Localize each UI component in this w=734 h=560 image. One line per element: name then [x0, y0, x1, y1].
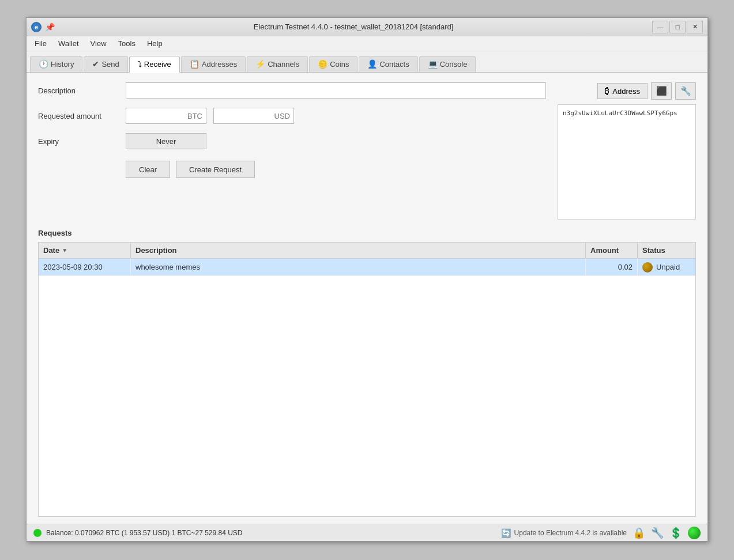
qr-code-button[interactable]: ⬛ [651, 82, 672, 100]
window-controls: — □ ✕ [652, 21, 703, 33]
status-right: 🔄 Update to Electrum 4.4.2 is available … [501, 527, 701, 539]
menu-tools[interactable]: Tools [112, 38, 141, 49]
content-area: Description Requested amount Expiry Neve… [27, 73, 707, 541]
th-amount[interactable]: Amount [586, 243, 638, 258]
tab-channels[interactable]: ⚡ Channels [247, 56, 308, 72]
clear-button[interactable]: Clear [126, 161, 170, 178]
pin-button[interactable]: 📌 [45, 22, 55, 32]
row-amount: 0.02 [618, 263, 633, 271]
tab-receive-label: Receive [144, 60, 171, 69]
settings-button[interactable]: 🔧 [675, 82, 696, 100]
tab-coins[interactable]: 🪙 Coins [309, 56, 357, 72]
btc-amount-input[interactable] [126, 108, 206, 124]
address-button[interactable]: ₿ Address [597, 83, 648, 99]
status-icon [642, 262, 653, 273]
menu-wallet[interactable]: Wallet [52, 38, 85, 49]
connection-dot [33, 529, 42, 537]
th-status[interactable]: Status [638, 243, 695, 258]
table-body: 2023-05-09 20:30 wholesome memes 0.02 Un… [39, 259, 695, 516]
tab-channels-label: Channels [268, 60, 299, 69]
title-bar-left: e 📌 [31, 22, 55, 32]
receive-panel: Description Requested amount Expiry Neve… [27, 73, 707, 229]
close-button[interactable]: ✕ [687, 21, 703, 33]
tab-coins-label: Coins [330, 60, 349, 69]
channels-icon: ⚡ [255, 59, 265, 69]
tools-icon[interactable]: 🔧 [651, 527, 664, 539]
row-status: Unpaid [656, 263, 680, 271]
requested-amount-label: Requested amount [38, 112, 119, 120]
balance-text: Balance: 0.070962 BTC (1 953.57 USD) 1 B… [46, 529, 243, 537]
menu-view[interactable]: View [85, 38, 112, 49]
tab-send-label: Send [101, 60, 119, 69]
addresses-icon: 📋 [190, 59, 200, 69]
requests-table: Date ▼ Description Amount Status [38, 242, 696, 517]
th-status-label: Status [642, 246, 665, 255]
menu-file[interactable]: File [29, 38, 52, 49]
address-display: n3g2sUwiXLuLaUrC3DWawLSPTy6Gps [558, 104, 696, 220]
requests-title: Requests [38, 229, 696, 237]
usd-amount-input[interactable] [213, 108, 294, 124]
table-row[interactable]: 2023-05-09 20:30 wholesome memes 0.02 Un… [39, 259, 695, 276]
tab-contacts-label: Contacts [379, 60, 409, 69]
tab-receive[interactable]: ⤵ Receive [129, 56, 180, 73]
description-label: Description [38, 86, 119, 95]
history-icon: 🕐 [39, 59, 48, 69]
lock-icon[interactable]: 🔒 [633, 527, 645, 539]
app-icon: e [31, 22, 42, 32]
sort-arrow: ▼ [62, 247, 67, 253]
tab-contacts[interactable]: 👤 Contacts [359, 56, 417, 72]
row-description: wholesome memes [135, 263, 200, 271]
td-status: Unpaid [638, 259, 695, 275]
amount-row: Requested amount [38, 108, 546, 124]
tab-console[interactable]: 💻 Console [419, 56, 476, 72]
description-row: Description [38, 82, 546, 99]
send-icon: ✔ [92, 59, 99, 69]
address-text: n3g2sUwiXLuLaUrC3DWawLSPTy6Gps [563, 109, 677, 117]
tab-addresses-label: Addresses [202, 60, 237, 69]
status-left: Balance: 0.070962 BTC (1 953.57 USD) 1 B… [33, 529, 243, 537]
tab-addresses[interactable]: 📋 Addresses [181, 56, 246, 72]
td-date: 2023-05-09 20:30 [39, 259, 131, 275]
td-amount: 0.02 [586, 259, 638, 275]
th-date[interactable]: Date ▼ [39, 243, 131, 258]
th-description[interactable]: Description [131, 243, 586, 258]
update-icon: 🔄 [501, 528, 511, 538]
right-panel: ₿ Address ⬛ 🔧 n3g2sUwiXLuLaUrC3DWawLSPTy… [558, 82, 696, 220]
status-bar: Balance: 0.070962 BTC (1 953.57 USD) 1 B… [27, 524, 707, 541]
description-input[interactable] [126, 82, 546, 99]
update-notice: 🔄 Update to Electrum 4.4.2 is available [501, 528, 627, 538]
title-bar: e 📌 Electrum Testnet 4.4.0 - testnet_wal… [27, 18, 707, 36]
minimize-button[interactable]: — [652, 21, 668, 33]
table-header: Date ▼ Description Amount Status [39, 243, 695, 259]
maximize-button[interactable]: □ [669, 21, 686, 33]
window-title: Electrum Testnet 4.4.0 - testnet_wallet_… [254, 22, 454, 31]
expiry-row: Expiry Never [38, 133, 546, 149]
td-description: wholesome memes [131, 259, 586, 275]
receive-icon: ⤵ [138, 59, 142, 69]
address-button-label: Address [612, 87, 640, 96]
expiry-label: Expiry [38, 137, 119, 146]
th-date-label: Date [43, 246, 59, 255]
right-buttons: ₿ Address ⬛ 🔧 [558, 82, 696, 100]
bitcoin-icon: ₿ [605, 86, 609, 96]
expiry-button[interactable]: Never [126, 133, 206, 149]
money-icon[interactable]: 💲 [669, 527, 682, 539]
amount-inputs [126, 108, 294, 124]
tabs-bar: 🕐 History ✔ Send ⤵ Receive 📋 Addresses ⚡… [27, 51, 707, 73]
menu-help[interactable]: Help [141, 38, 168, 49]
wrench-icon: 🔧 [680, 86, 691, 96]
menu-bar: File Wallet View Tools Help [27, 36, 707, 51]
status-circle[interactable] [688, 527, 701, 539]
tab-send[interactable]: ✔ Send [84, 56, 127, 72]
qr-icon: ⬛ [656, 86, 667, 96]
th-description-label: Description [135, 246, 177, 255]
update-text: Update to Electrum 4.4.2 is available [514, 529, 627, 537]
tab-console-label: Console [440, 60, 468, 69]
contacts-icon: 👤 [367, 59, 377, 69]
tab-history[interactable]: 🕐 History [30, 56, 82, 72]
form-section: Description Requested amount Expiry Neve… [38, 82, 546, 220]
console-icon: 💻 [428, 59, 438, 69]
requests-section: Requests Date ▼ Description Amount Statu… [27, 229, 707, 524]
action-buttons: Clear Create Request [126, 161, 546, 178]
create-request-button[interactable]: Create Request [176, 161, 255, 178]
